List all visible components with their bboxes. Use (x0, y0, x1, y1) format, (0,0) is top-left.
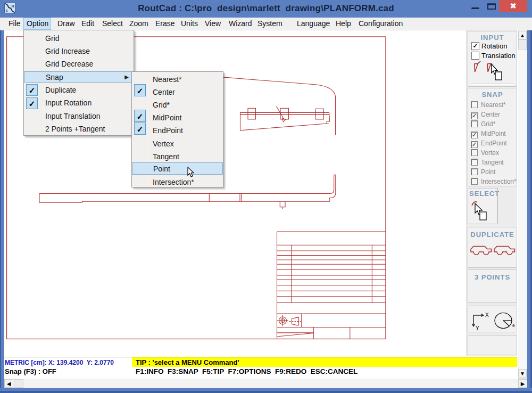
svg-text:Y: Y (476, 325, 479, 331)
svg-text:X: X (485, 312, 489, 318)
svg-text:θ: θ (512, 323, 515, 328)
